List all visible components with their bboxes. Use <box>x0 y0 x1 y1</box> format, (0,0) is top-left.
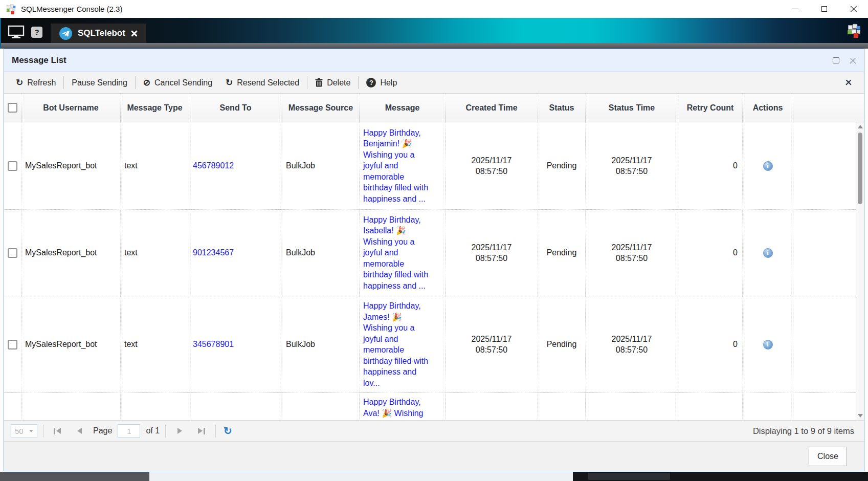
info-icon[interactable]: i <box>763 248 773 258</box>
next-page-button[interactable] <box>171 424 188 438</box>
tab-bar-tools: ? <box>8 25 42 39</box>
grid-header-row: Bot Username Message Type Send To Messag… <box>4 94 864 122</box>
cell-retry-count: 0 <box>678 122 743 209</box>
paging-refresh-icon[interactable]: ↻ <box>224 426 232 436</box>
toolbar-close-icon <box>845 79 852 85</box>
table-row: Happy Birthday, Ava! 🎉 Wishing <box>4 393 856 420</box>
cell-send-to-link[interactable]: 456789012 <box>189 122 282 209</box>
scroll-down-icon[interactable] <box>858 414 863 418</box>
row-checkbox[interactable] <box>8 161 17 171</box>
scroll-up-icon[interactable] <box>858 125 863 128</box>
info-icon[interactable]: i <box>763 161 773 171</box>
horizontal-scrollbar[interactable] <box>0 472 868 481</box>
panel-close-icon[interactable] <box>850 57 856 64</box>
toolbar-close-button[interactable] <box>845 78 852 88</box>
last-page-button[interactable] <box>193 424 210 438</box>
pause-sending-button[interactable]: Pause Sending <box>65 78 134 88</box>
cell-message[interactable]: Happy Birthday, Isabella! 🎉 Wishing you … <box>360 210 446 296</box>
paging-separator <box>43 425 43 438</box>
scrollbar-thumb[interactable] <box>858 133 862 204</box>
cell-message-source: BulkJob <box>282 210 360 296</box>
first-page-button[interactable] <box>49 424 65 438</box>
col-header-status[interactable]: Status <box>538 94 586 122</box>
cell-bot-username: MySalesReport_bot <box>21 122 121 209</box>
maximize-button[interactable] <box>810 0 839 18</box>
minimize-button[interactable] <box>781 0 810 18</box>
info-icon[interactable]: i <box>763 340 773 349</box>
table-row: MySalesReport_bot text 345678901 BulkJob… <box>4 296 856 393</box>
toolbar-separator <box>358 76 359 89</box>
cell-message[interactable]: Happy Birthday, James! 🎉 Wishing you a j… <box>360 296 446 392</box>
delete-button[interactable]: Delete <box>308 78 357 88</box>
cell-message-source <box>282 393 360 420</box>
close-icon <box>850 6 857 13</box>
col-header-message-type[interactable]: Message Type <box>121 94 189 122</box>
help-label: Help <box>380 78 397 88</box>
minimize-icon <box>792 9 798 9</box>
cell-filler <box>793 122 856 209</box>
resend-selected-button[interactable]: ↻ Resend Selected <box>219 78 306 88</box>
row-checkbox[interactable] <box>8 248 17 258</box>
window-title: SQLMessenger Console (2.3) <box>21 5 122 13</box>
cell-bot-username <box>21 393 121 420</box>
toolbar: ↻ Refresh Pause Sending ⊘ Cancel Sending… <box>4 72 864 94</box>
refresh-button[interactable]: ↻ Refresh <box>9 78 62 88</box>
message-list-panel: Message List ↻ Refresh Pause Sending ⊘ <box>4 49 864 471</box>
panel-footer: Close <box>4 441 864 471</box>
help-button[interactable]: ? Help <box>360 78 404 88</box>
col-header-filler <box>793 94 864 122</box>
cell-send-to-link[interactable]: 345678901 <box>189 296 282 392</box>
cell-send-to-link[interactable]: 901234567 <box>189 210 282 296</box>
table-row: MySalesReport_bot text 901234567 BulkJob… <box>4 210 856 296</box>
last-page-icon <box>204 428 205 434</box>
row-checkbox[interactable] <box>8 340 17 349</box>
tab-sqltelebot[interactable]: SQLTelebot <box>51 24 146 43</box>
first-page-icon <box>54 428 55 434</box>
cell-message[interactable]: Happy Birthday, Benjamin! 🎉 Wishing you … <box>360 122 446 209</box>
row-select-cell <box>4 122 21 209</box>
col-header-message[interactable]: Message <box>360 94 446 122</box>
console-help-icon[interactable]: ? <box>31 27 42 38</box>
tab-close-icon[interactable] <box>131 30 138 37</box>
cell-bot-username: MySalesReport_bot <box>21 296 121 392</box>
panel-maximize-icon[interactable] <box>833 57 839 63</box>
cube-cluster-icon[interactable] <box>847 24 861 38</box>
content-area: Message List ↻ Refresh Pause Sending ⊘ <box>0 49 868 472</box>
col-header-status-time[interactable]: Status Time <box>586 94 678 122</box>
cell-created-time: 2025/11/17 08:57:50 <box>446 210 538 296</box>
paging-separator <box>165 425 166 438</box>
col-header-send-to[interactable]: Send To <box>189 94 282 122</box>
col-header-actions[interactable]: Actions <box>743 94 793 122</box>
col-header-bot-username[interactable]: Bot Username <box>21 94 121 122</box>
col-header-created-time[interactable]: Created Time <box>446 94 538 122</box>
cell-status-time: 2025/11/17 08:57:50 <box>586 296 678 392</box>
resend-selected-label: Resend Selected <box>237 78 299 88</box>
cell-filler <box>793 393 856 420</box>
close-window-button[interactable] <box>839 0 868 18</box>
trash-icon <box>315 78 323 87</box>
prev-page-button[interactable] <box>71 424 87 438</box>
telegram-icon <box>59 27 72 40</box>
cell-actions: i <box>743 122 793 209</box>
close-button[interactable]: Close <box>809 447 847 466</box>
paging-toolbar: 50 Page of 1 <box>4 420 864 441</box>
col-header-message-source[interactable]: Message Source <box>282 94 360 122</box>
cell-status: Pending <box>538 296 586 392</box>
col-header-retry-count[interactable]: Retry Count <box>678 94 743 122</box>
resend-icon: ↻ <box>226 78 233 87</box>
page-size-select[interactable]: 50 <box>11 424 37 438</box>
cell-status-time <box>586 393 678 420</box>
page-number-input[interactable] <box>118 424 140 438</box>
tab-bar: ? SQLTelebot <box>0 18 868 49</box>
scrollbar-track-segment <box>0 472 149 481</box>
cell-actions <box>743 393 793 420</box>
monitor-icon[interactable] <box>8 25 25 39</box>
horizontal-scrollbar-thumb[interactable] <box>149 472 573 481</box>
cancel-sending-button[interactable]: ⊘ Cancel Sending <box>137 78 219 88</box>
app-logo-icon <box>6 4 16 14</box>
cell-message[interactable]: Happy Birthday, Ava! 🎉 Wishing <box>360 393 446 420</box>
select-all-checkbox[interactable] <box>8 103 17 113</box>
title-bar: SQLMessenger Console (2.3) <box>0 0 868 18</box>
toolbar-separator <box>63 76 64 89</box>
vertical-scrollbar[interactable] <box>856 122 864 420</box>
